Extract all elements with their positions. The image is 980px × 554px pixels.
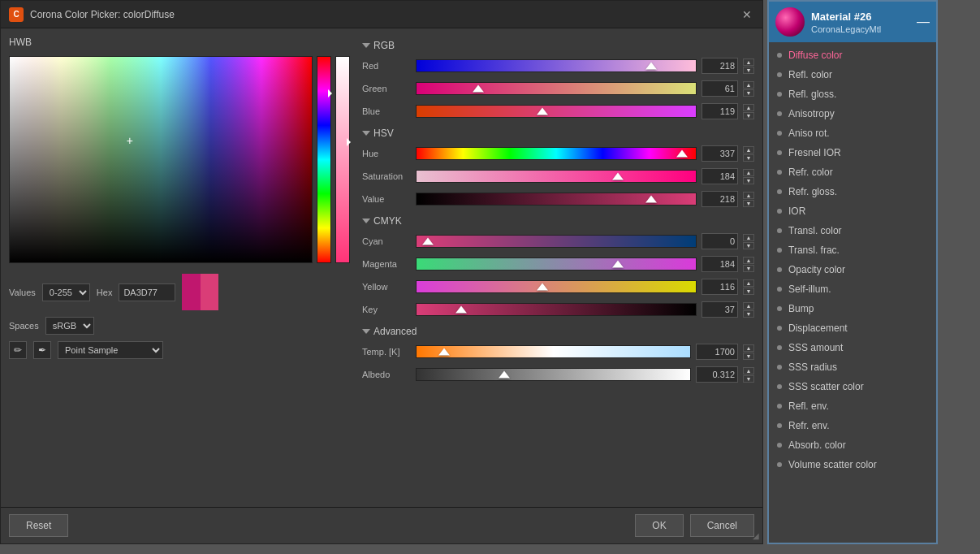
blue-slider-row: Blue ▲ ▼ [362, 102, 754, 121]
cyan-slider-track[interactable] [416, 235, 697, 248]
key-spin-up[interactable]: ▲ [743, 302, 754, 309]
blue-value-input[interactable] [702, 103, 738, 119]
magenta-spin-up[interactable]: ▲ [743, 257, 754, 264]
magenta-slider-track[interactable] [416, 258, 697, 271]
key-slider-track[interactable] [416, 303, 697, 316]
saturation-spin-down[interactable]: ▼ [743, 177, 754, 184]
cancel-button[interactable]: Cancel [690, 514, 754, 537]
key-spin-down[interactable]: ▼ [743, 310, 754, 318]
yellow-value-input[interactable] [702, 279, 738, 295]
values-range-dropdown[interactable]: 0-255 [42, 283, 90, 301]
material-item-dot [777, 462, 782, 467]
eyedropper-light-btn[interactable]: ✒ [33, 341, 51, 359]
yellow-spin-down[interactable]: ▼ [743, 288, 754, 295]
temp-spin-up[interactable]: ▲ [743, 344, 754, 352]
material-list-item[interactable]: Anisotropy [769, 104, 936, 123]
cyan-spin-up[interactable]: ▲ [743, 234, 754, 241]
value-value-input[interactable] [702, 191, 738, 207]
albedo-spin-down[interactable]: ▼ [743, 375, 754, 383]
material-item-dot [777, 209, 782, 214]
resize-handle[interactable]: ◢ [753, 531, 759, 540]
spaces-dropdown[interactable]: sRGB [45, 317, 94, 335]
advanced-expand-icon[interactable] [362, 329, 370, 334]
saturation-label: Saturation [362, 171, 411, 181]
value-spin-up[interactable]: ▲ [743, 192, 754, 199]
red-value-input[interactable] [702, 58, 738, 74]
material-list-item[interactable]: Refr. env. [769, 416, 936, 435]
blue-slider-track[interactable] [416, 105, 697, 118]
material-list-item[interactable]: Volume scatter color [769, 455, 936, 474]
material-header: Material #26 CoronaLegacyMtl — [769, 2, 936, 42]
saturation-slider-track[interactable] [416, 170, 697, 183]
temp-value-input[interactable] [696, 344, 738, 360]
saturation-spin-up[interactable]: ▲ [743, 169, 754, 176]
color-gradient-canvas[interactable]: + [9, 56, 313, 263]
cyan-spin-down[interactable]: ▼ [743, 242, 754, 249]
cmyk-expand-icon[interactable] [362, 219, 370, 223]
hue-slider-track[interactable] [416, 147, 697, 160]
hue-spin-down[interactable]: ▼ [743, 154, 754, 162]
value-spin-down[interactable]: ▼ [743, 200, 754, 207]
material-list-item[interactable]: SSS radius [769, 357, 936, 377]
yellow-slider-track[interactable] [416, 280, 697, 293]
albedo-value-input[interactable] [696, 366, 738, 383]
red-slider-track[interactable] [416, 59, 697, 72]
material-list-item[interactable]: Diffuse color [769, 45, 936, 65]
reset-button[interactable]: Reset [9, 514, 68, 537]
material-list-item[interactable]: Refr. color [769, 162, 936, 182]
material-list-item[interactable]: Refl. color [769, 65, 936, 84]
green-spin-down[interactable]: ▼ [743, 89, 754, 97]
material-list-item[interactable]: Refr. gloss. [769, 182, 936, 201]
temp-spin-down[interactable]: ▼ [743, 353, 754, 360]
material-list-item[interactable]: Aniso rot. [769, 123, 936, 143]
yellow-spin-up[interactable]: ▲ [743, 279, 754, 287]
material-list-item[interactable]: SSS scatter color [769, 377, 936, 396]
material-list-item[interactable]: Opacity color [769, 260, 936, 279]
material-list-item[interactable]: IOR [769, 201, 936, 221]
green-spin-up[interactable]: ▲ [743, 81, 754, 89]
material-list-item[interactable]: Refl. gloss. [769, 84, 936, 104]
temp-slider-track[interactable] [416, 345, 691, 358]
key-slider-row: Key ▲ ▼ [362, 300, 754, 319]
cyan-value-input[interactable] [702, 233, 738, 249]
green-value-input[interactable] [702, 80, 738, 97]
blue-spin-up[interactable]: ▲ [743, 104, 754, 111]
hsv-expand-icon[interactable] [362, 131, 370, 136]
material-list-item[interactable]: SSS amount [769, 338, 936, 357]
ok-button[interactable]: OK [635, 514, 683, 537]
value-slider-track[interactable] [416, 193, 697, 206]
material-list-item[interactable]: Bump [769, 299, 936, 318]
material-list-item[interactable]: Transl. color [769, 221, 936, 240]
titlebar: C Corona Color Picker: colorDiffuse ✕ [1, 1, 762, 28]
red-label: Red [362, 61, 411, 71]
value-slider-row: Value ▲ ▼ [362, 189, 754, 209]
red-spin-down[interactable]: ▼ [743, 67, 754, 74]
material-minimize-button[interactable]: — [917, 15, 930, 29]
material-list-item[interactable]: Self-illum. [769, 279, 936, 299]
magenta-value-input[interactable] [702, 256, 738, 272]
red-spin-up[interactable]: ▲ [743, 58, 754, 66]
material-list-item[interactable]: Refl. env. [769, 396, 936, 416]
rgb-expand-icon[interactable] [362, 43, 370, 48]
blue-spin-down[interactable]: ▼ [743, 112, 754, 119]
albedo-slider-track[interactable] [416, 368, 691, 381]
material-list-item[interactable]: Absorb. color [769, 435, 936, 455]
material-list-item[interactable]: Displacement [769, 318, 936, 338]
material-list-item[interactable]: Fresnel IOR [769, 143, 936, 162]
green-slider-track[interactable] [416, 82, 697, 95]
hex-input[interactable] [119, 283, 175, 301]
green-slider-row: Green ▲ ▼ [362, 79, 754, 98]
hue-slider-vertical[interactable] [317, 56, 331, 263]
albedo-spin-up[interactable]: ▲ [743, 367, 754, 374]
saturation-value-input[interactable] [702, 168, 738, 184]
hue-spin-up[interactable]: ▲ [743, 146, 754, 154]
alpha-slider-vertical[interactable] [335, 56, 350, 263]
point-sample-select[interactable]: Point Sample [58, 341, 163, 359]
material-list-item[interactable]: Transl. frac. [769, 240, 936, 260]
magenta-spin-down[interactable]: ▼ [743, 265, 754, 272]
key-value-input[interactable] [702, 301, 738, 318]
close-button[interactable]: ✕ [740, 7, 754, 22]
eyedropper-dark-btn[interactable]: ✏ [9, 341, 27, 359]
material-item-label: Diffuse color [788, 50, 842, 61]
hue-value-input[interactable] [702, 145, 738, 162]
